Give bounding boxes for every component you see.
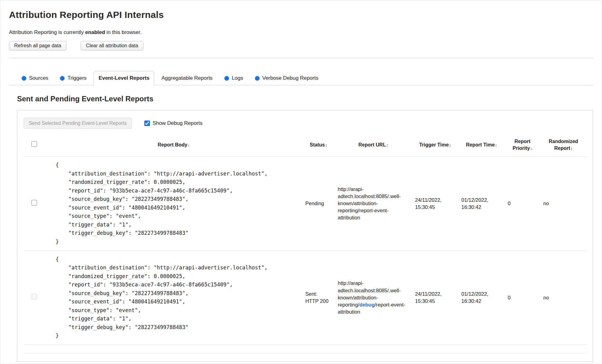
column-header-trigger-time[interactable]: Trigger Time↕ <box>412 136 458 157</box>
tab-dot-icon <box>255 76 260 81</box>
page-title: Attribution Reporting API Internals <box>9 10 593 20</box>
reports-table: Report Body↕ Status↕ Report URL↕ Trigger… <box>23 136 587 353</box>
top-toolbar: Refresh all page data Clear all attribut… <box>9 41 593 50</box>
sort-icon[interactable]: ↕ <box>530 146 532 151</box>
reports-panel: Send Selected Pending Event-Level Report… <box>17 110 593 362</box>
tab-label: Triggers <box>67 75 87 81</box>
sort-icon[interactable]: ↕ <box>495 143 497 147</box>
column-label: Status <box>310 142 325 147</box>
column-header-report-time[interactable]: Report Time↕ <box>458 136 505 157</box>
url-prefix: http://arapi-adtech.localhost:8085/.well… <box>338 186 401 220</box>
row-select-checkbox[interactable] <box>32 294 37 299</box>
url-debug-segment: debug <box>359 302 375 307</box>
column-header-report-priority[interactable]: Report Priority↕ <box>505 136 540 157</box>
tab-dot-icon <box>22 76 26 81</box>
select-all-checkbox[interactable] <box>32 141 37 147</box>
report-row: { "attribution_destination": "http://ara… <box>23 251 587 345</box>
tab-event-level-reports[interactable]: Event-Level Reports <box>94 71 154 85</box>
section-heading: Sent and Pending Event-Level Reports <box>17 95 593 103</box>
tab-label: Verbose Debug Reports <box>262 75 318 81</box>
column-label: Report Priority <box>513 139 531 151</box>
column-header-report-body[interactable]: Report Body↕ <box>45 136 302 157</box>
table-footer-row <box>23 345 587 353</box>
tab-label: Logs <box>232 75 243 81</box>
column-label: Trigger Time <box>419 142 449 147</box>
row-select-checkbox[interactable] <box>32 200 37 205</box>
report-url-cell: http://arapi-adtech.localhost:8085/.well… <box>335 251 412 345</box>
randomized-report-cell: no <box>540 251 587 345</box>
attribution-internals-page: Attribution Reporting API Internals Attr… <box>0 0 602 364</box>
tab-sources[interactable]: Sources <box>17 71 53 85</box>
tab-bar: Sources Triggers Event-Level Reports Agg… <box>9 71 593 85</box>
tab-dot-icon <box>224 76 229 81</box>
tab-label: Event-Level Reports <box>99 75 149 81</box>
tab-logs[interactable]: Logs <box>220 71 248 85</box>
column-label: Randomized Report <box>549 139 578 151</box>
select-all-cell <box>23 136 45 157</box>
report-url-cell: http://arapi-adtech.localhost:8085/.well… <box>335 157 412 251</box>
report-time-cell: 01/12/2022, 16:30:42 <box>458 251 505 345</box>
status-enabled: enabled <box>85 29 105 35</box>
show-debug-checkbox[interactable] <box>144 121 150 126</box>
show-debug-label: Show Debug Reports <box>153 120 203 126</box>
report-row: { "attribution_destination": "http://ara… <box>23 157 587 251</box>
report-body-cell: { "attribution_destination": "http://ara… <box>45 157 302 251</box>
tab-verbose-debug-reports[interactable]: Verbose Debug Reports <box>250 71 323 85</box>
status-cell: Pending <box>302 157 335 251</box>
refresh-all-button[interactable]: Refresh all page data <box>9 41 66 50</box>
report-time-cell: 01/12/2022, 16:30:42 <box>458 157 505 251</box>
sort-icon[interactable]: ↕ <box>386 143 388 147</box>
randomized-report-cell: no <box>540 157 587 251</box>
sort-icon[interactable]: ↕ <box>325 143 327 147</box>
sort-icon[interactable]: ↕ <box>570 146 573 151</box>
trigger-time-cell: 24/11/2022, 15:30:45 <box>412 251 458 345</box>
status-cell: Sent: HTTP 200 <box>302 251 335 345</box>
report-priority-cell: 0 <box>505 157 540 251</box>
report-priority-cell: 0 <box>505 251 540 345</box>
status-suffix: in this browser. <box>105 29 142 35</box>
trigger-time-cell: 24/11/2022, 15:30:45 <box>412 157 458 251</box>
column-header-status[interactable]: Status↕ <box>302 136 335 157</box>
show-debug-toggle[interactable]: Show Debug Reports <box>144 120 203 126</box>
divider <box>9 58 593 58</box>
sort-icon[interactable]: ↕ <box>188 143 190 147</box>
column-header-report-url[interactable]: Report URL↕ <box>335 136 412 157</box>
send-selected-button[interactable]: Send Selected Pending Event-Level Report… <box>23 118 132 129</box>
column-label: Report Time <box>466 142 495 147</box>
row-select-cell <box>23 251 45 345</box>
clear-all-button[interactable]: Clear all attribution data <box>81 41 143 50</box>
row-select-cell <box>23 157 45 251</box>
report-body-cell: { "attribution_destination": "http://ara… <box>45 251 302 345</box>
tab-triggers[interactable]: Triggers <box>55 71 91 85</box>
column-header-randomized-report[interactable]: Randomized Report↕ <box>540 136 587 157</box>
column-label: Report Body <box>158 142 187 147</box>
tab-aggregatable-reports[interactable]: Aggregatable Reports <box>157 71 217 85</box>
tab-dot-icon <box>60 76 65 81</box>
status-prefix: Attribution Reporting is currently <box>9 29 85 35</box>
tab-label: Sources <box>29 75 48 81</box>
table-header-row: Report Body↕ Status↕ Report URL↕ Trigger… <box>23 136 587 157</box>
sort-icon[interactable]: ↕ <box>449 143 451 147</box>
status-text: Attribution Reporting is currently enabl… <box>9 29 593 36</box>
tab-label: Aggregatable Reports <box>161 75 212 81</box>
column-label: Report URL <box>358 142 386 147</box>
panel-toolbar: Send Selected Pending Event-Level Report… <box>23 118 587 129</box>
